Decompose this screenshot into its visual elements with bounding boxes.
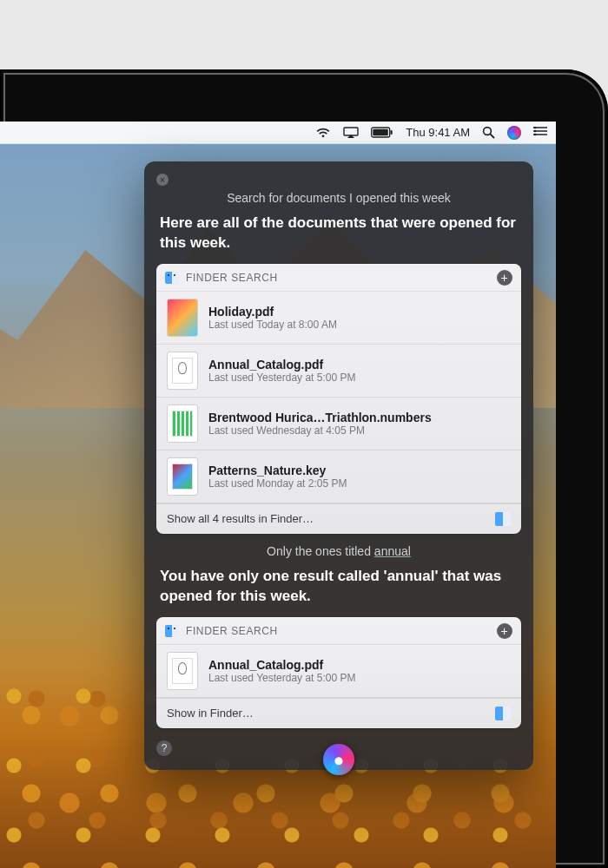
siri-query-1: Search for documents I opened this week — [156, 191, 521, 205]
finder-icon — [165, 625, 179, 637]
svg-rect-0 — [344, 128, 358, 135]
add-button[interactable]: + — [497, 270, 512, 286]
wifi-icon[interactable] — [315, 122, 331, 143]
file-last-used: Last used Today at 8:00 AM — [208, 319, 337, 331]
query-text: Only the ones titled — [267, 544, 374, 558]
result-row[interactable]: Brentwood Hurica…Triathlon.numbers Last … — [156, 398, 521, 450]
svg-rect-2 — [373, 129, 389, 136]
file-name: Patterns_Nature.key — [208, 464, 347, 477]
siri-menubar-icon[interactable] — [507, 122, 521, 143]
battery-icon[interactable] — [371, 122, 393, 143]
siri-query-2: Only the ones titled annual — [156, 544, 521, 558]
finder-icon — [495, 512, 511, 526]
show-all-results[interactable]: Show all 4 results in Finder… — [156, 503, 521, 534]
file-name: Holiday.pdf — [208, 305, 337, 319]
help-button[interactable]: ? — [156, 740, 172, 756]
file-last-used: Last used Wednesday at 4:05 PM — [208, 424, 432, 437]
svg-line-5 — [490, 134, 493, 137]
siri-response-1: Here are all of the documents that were … — [160, 214, 519, 253]
menubar: Thu 9:41 AM — [0, 122, 556, 144]
svg-point-8 — [534, 134, 537, 136]
file-thumbnail — [167, 352, 198, 390]
file-thumbnail — [167, 404, 198, 443]
finder-search-card: FINDER SEARCH + Annual_Catalog.pdf Last … — [156, 617, 521, 728]
result-row[interactable]: Annual_Catalog.pdf Last used Yesterday a… — [156, 645, 521, 698]
result-row[interactable]: Holiday.pdf Last used Today at 8:00 AM — [156, 292, 521, 345]
card-footer-label: Show in Finder… — [167, 707, 254, 720]
finder-icon — [495, 707, 511, 720]
card-header: FINDER SEARCH + — [156, 617, 521, 645]
siri-orb-icon[interactable] — [323, 744, 354, 775]
file-last-used: Last used Yesterday at 5:00 PM — [208, 372, 355, 384]
finder-icon — [165, 272, 179, 284]
svg-point-7 — [534, 130, 537, 133]
siri-panel: × Search for documents I opened this wee… — [144, 161, 533, 770]
svg-rect-3 — [391, 130, 393, 135]
device-frame: Thu 9:41 AM × Search for documents I ope… — [0, 69, 608, 868]
file-name: Brentwood Hurica…Triathlon.numbers — [208, 411, 432, 424]
result-row[interactable]: Patterns_Nature.key Last used Monday at … — [156, 450, 521, 503]
file-name: Annual_Catalog.pdf — [208, 658, 355, 672]
svg-point-6 — [534, 127, 537, 128]
query-keyword: annual — [374, 544, 411, 558]
add-button[interactable]: + — [497, 623, 512, 639]
card-header: FINDER SEARCH + — [156, 264, 521, 292]
file-thumbnail — [167, 299, 198, 337]
siri-response-2: You have only one result called 'annual'… — [160, 567, 519, 607]
result-row[interactable]: Annual_Catalog.pdf Last used Yesterday a… — [156, 345, 521, 398]
card-footer-label: Show all 4 results in Finder… — [167, 512, 314, 525]
file-last-used: Last used Monday at 2:05 PM — [208, 477, 347, 490]
show-in-finder[interactable]: Show in Finder… — [156, 698, 521, 728]
notification-center-icon[interactable] — [533, 122, 547, 143]
spotlight-icon[interactable] — [482, 122, 495, 143]
card-header-label: FINDER SEARCH — [186, 272, 278, 284]
airplay-icon[interactable] — [343, 122, 359, 143]
card-header-label: FINDER SEARCH — [186, 625, 278, 637]
close-button[interactable]: × — [156, 174, 169, 186]
file-last-used: Last used Yesterday at 5:00 PM — [208, 672, 355, 684]
file-thumbnail — [167, 652, 198, 690]
file-thumbnail — [167, 457, 198, 496]
file-name: Annual_Catalog.pdf — [208, 358, 355, 372]
desktop-wallpaper: Thu 9:41 AM × Search for documents I ope… — [0, 122, 556, 868]
siri-bottom-bar: ? — [156, 739, 521, 756]
finder-search-card: FINDER SEARCH + Holiday.pdf Last used To… — [156, 264, 521, 534]
menubar-clock[interactable]: Thu 9:41 AM — [406, 122, 470, 143]
